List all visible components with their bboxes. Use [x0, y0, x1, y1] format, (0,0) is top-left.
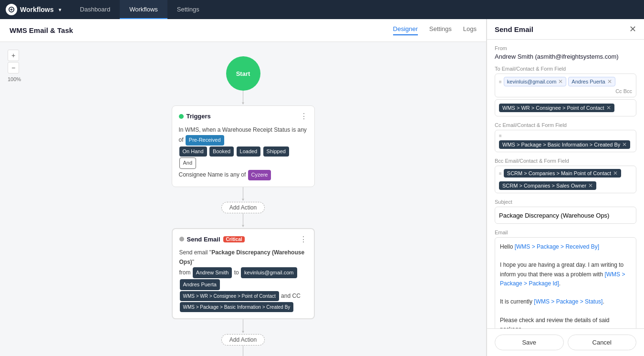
- connector-add-email: ▼: [241, 213, 245, 228]
- from-label: From: [495, 45, 636, 51]
- nav-tab-settings[interactable]: Settings: [167, 0, 209, 19]
- to-label: To Email/Contact & Form Field: [495, 66, 636, 72]
- action-title-row: Send Email Critical: [179, 236, 245, 243]
- tag-on-hand: On Hand: [179, 147, 207, 157]
- zoom-in-button[interactable]: +: [8, 50, 19, 61]
- tab-designer[interactable]: Designer: [393, 25, 418, 35]
- add-action-button-2[interactable]: Add Action: [221, 334, 265, 346]
- trigger-dot: [179, 114, 184, 119]
- tag-shipped: Shipped: [263, 147, 289, 157]
- to-tag-field[interactable]: ≡ kevinluis@gmail.com ✕ Andres Puerta ✕ …: [495, 73, 636, 97]
- top-nav: Workflows ▾ Dashboard Workflows Settings: [0, 0, 644, 19]
- remove-email-tag[interactable]: ✕: [558, 78, 563, 85]
- remove-bcc-main-tag[interactable]: ✕: [613, 170, 618, 177]
- start-node[interactable]: Start: [226, 56, 260, 91]
- email-label: Email: [495, 230, 636, 235]
- subject-field-group: Subject Package Discrepancy (Warehouse O…: [495, 199, 636, 224]
- from-field-group: From Andrew Smith (asmith@ifreightsystem…: [495, 45, 636, 60]
- save-button[interactable]: Save: [495, 335, 564, 350]
- logo-icon: [6, 4, 17, 15]
- panel-title: Send Email: [495, 25, 533, 33]
- tab-settings[interactable]: Settings: [429, 25, 452, 35]
- cc-filter-icon: ≡: [499, 133, 502, 138]
- cc-tag-field[interactable]: ≡ WMS > Package > Basic Information > Cr…: [495, 130, 636, 152]
- panel-body: From Andrew Smith (asmith@ifreightsystem…: [487, 40, 644, 356]
- bcc-label: Bcc Email/Contact & Form Field: [495, 158, 636, 164]
- workflow-canvas: Start ▼ Triggers ⋮: [0, 42, 486, 356]
- action-more-button[interactable]: ⋮: [300, 235, 307, 244]
- critical-badge: Critical: [223, 236, 245, 242]
- email-para1: I hope you are having a great day. I am …: [500, 261, 631, 288]
- email-greeting: Hello [WMS > Package > Received By]: [500, 242, 631, 251]
- action-text: Send email "Package Discrepancy (Warehou…: [179, 248, 307, 313]
- main-layout: WMS Email & Task Designer Settings Logs …: [0, 19, 644, 356]
- bcc-filter-icon: ≡: [499, 171, 502, 176]
- email-body[interactable]: Hello [WMS > Package > Received By] I ho…: [495, 237, 636, 339]
- subject-value[interactable]: Package Discrepancy (Warehouse Ops): [495, 207, 636, 224]
- to-tag-email: kevinluis@gmail.com: [241, 267, 297, 278]
- remove-cc-tag[interactable]: ✕: [622, 141, 627, 148]
- path-tag: WMS > WR > Consignee > Point of Contact: [180, 291, 279, 301]
- remove-andres-tag[interactable]: ✕: [607, 78, 612, 85]
- tag-booked: Booked: [209, 147, 234, 157]
- zoom-controls: + − 100%: [8, 50, 21, 82]
- connector-trigger-add: ▼: [241, 187, 245, 202]
- nav-tab-workflows[interactable]: Workflows: [120, 0, 167, 19]
- from-value: Andrew Smith (asmith@ifreightsystems.com…: [495, 53, 636, 60]
- cancel-button[interactable]: Cancel: [568, 335, 637, 350]
- remove-bcc-sales-tag[interactable]: ✕: [588, 182, 593, 189]
- zoom-level: 100%: [8, 76, 21, 82]
- app-name: Workflows: [20, 6, 54, 13]
- trigger-header: Triggers ⋮: [179, 112, 308, 121]
- tag-loaded: Loaded: [237, 147, 261, 157]
- trigger-more-button[interactable]: ⋮: [300, 112, 308, 121]
- connector-add2-finish: ▼: [241, 346, 245, 356]
- connector-email-add2: ▼: [241, 319, 245, 334]
- add-action-button-1[interactable]: Add Action: [221, 202, 265, 213]
- tag-and: And: [179, 157, 197, 169]
- close-button[interactable]: ✕: [629, 24, 636, 34]
- cc-field-group: Cc Email/Contact & Form Field ≡ WMS > Pa…: [495, 122, 636, 152]
- tab-logs[interactable]: Logs: [463, 25, 477, 35]
- action-dot: [179, 237, 184, 241]
- page-title: WMS Email & Task: [10, 26, 393, 34]
- email-name: Package Discrepancy (Warehouse Ops): [179, 249, 305, 265]
- panel-footer: Save Cancel: [487, 328, 644, 356]
- panel-header: Send Email ✕: [487, 19, 644, 40]
- cc-path-tag: WMS > Package > Basic Information > Crea…: [499, 140, 630, 149]
- filter-icon: ≡: [499, 79, 502, 84]
- nav-tabs: Dashboard Workflows Settings: [71, 0, 209, 19]
- tag-cyzere: Cyzere: [248, 170, 271, 180]
- to-tag-email-field: kevinluis@gmail.com ✕: [504, 77, 566, 86]
- to-tag-andres: Andres Puerta: [180, 279, 220, 290]
- from-tag: Andrew Smith: [193, 267, 232, 278]
- email-para2: It is currently [WMS > Package > Status]…: [500, 297, 631, 306]
- trigger-text: In WMS, when a Warehouse Receipt Status …: [179, 126, 308, 181]
- bcc-sales-owner-tag: SCRM > Companies > Sales Owner ✕: [499, 181, 596, 190]
- action-header: Send Email Critical ⋮: [179, 235, 307, 244]
- left-panel: WMS Email & Task Designer Settings Logs …: [0, 19, 487, 356]
- trigger-title: Triggers: [179, 113, 211, 120]
- to-field-group: To Email/Contact & Form Field ≡ kevinlui…: [495, 66, 636, 116]
- action-title: Send Email: [187, 236, 220, 243]
- bcc-main-contact-tag: SCRM > Companies > Main Point of Contact…: [504, 169, 621, 178]
- remove-path-tag[interactable]: ✕: [606, 105, 611, 111]
- zoom-out-button[interactable]: −: [8, 62, 19, 73]
- sub-tabs: Designer Settings Logs: [393, 25, 477, 35]
- cc-bcc-label[interactable]: Cc Bcc: [615, 88, 632, 94]
- connector-start-trigger: ▼: [241, 91, 245, 105]
- bcc-field-group: Bcc Email/Contact & Form Field ≡ SCRM > …: [495, 158, 636, 193]
- bcc-tag-field[interactable]: ≡ SCRM > Companies > Main Point of Conta…: [495, 166, 636, 193]
- right-panel: Send Email ✕ From Andrew Smith (asmith@i…: [487, 19, 644, 356]
- subject-label: Subject: [495, 199, 636, 205]
- send-email-block[interactable]: Send Email Critical ⋮ Send email "Packag…: [172, 228, 315, 319]
- cc-label: Cc Email/Contact & Form Field: [495, 122, 636, 128]
- email-received-by-link: [WMS > Package > Received By]: [515, 243, 599, 250]
- nav-tab-dashboard[interactable]: Dashboard: [71, 0, 120, 19]
- trigger-block[interactable]: Triggers ⋮ In WMS, when a Warehouse Rece…: [172, 105, 315, 187]
- canvas-area: + − 100% Start ▼: [0, 42, 486, 356]
- to-tag-andres-field: Andres Puerta ✕: [568, 77, 615, 86]
- to-path-field[interactable]: WMS > WR > Consignee > Point of Contact …: [495, 99, 636, 116]
- app-dropdown-icon[interactable]: ▾: [59, 7, 61, 12]
- to-path-tag: WMS > WR > Consignee > Point of Contact …: [499, 104, 614, 112]
